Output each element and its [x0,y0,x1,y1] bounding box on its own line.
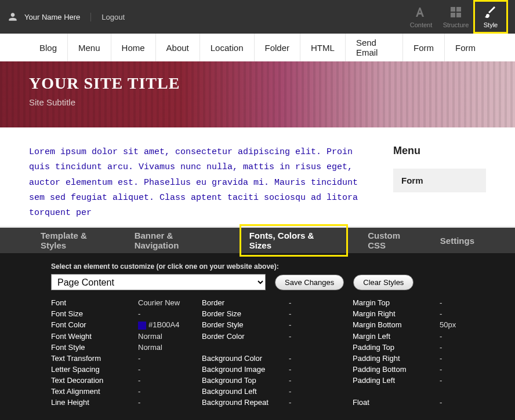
form-widget[interactable]: Form [393,169,486,192]
site-subtitle: Site Subtitle [29,97,486,107]
prop-value[interactable]: - [289,332,353,341]
prop-value[interactable]: - [440,332,474,341]
prop-value[interactable]: - [289,365,353,374]
prop-value[interactable]: - [440,398,474,407]
prop-label: Background Top [202,376,289,385]
panel-tabs: Template & Styles Banner & Navigation Fo… [0,228,515,253]
banner: YOUR SITE TITLE Site Subtitle [0,61,515,127]
prop-label [202,343,289,352]
sidebar: Menu Form [393,145,486,209]
prop-value[interactable]: - [138,309,202,318]
nav-item[interactable]: Send Email [346,34,403,61]
prop-value[interactable]: Normal [138,332,202,341]
element-select[interactable]: Page Content [51,274,266,290]
nav-item[interactable]: Folder [255,34,301,61]
main-nav: Blog Menu Home About Location Folder HTM… [0,34,515,61]
prop-value[interactable]: - [289,398,353,407]
page-content[interactable]: Lorem ipsum dolor sit amet, consectetur … [29,145,370,209]
prop-value[interactable] [289,343,353,352]
prop-value[interactable]: - [289,354,353,363]
prop-value[interactable]: - [289,376,353,385]
prop-label: Background Color [202,354,289,363]
prop-label: Font Color [51,320,138,330]
mode-label: Style [484,21,498,28]
content-area: Lorem ipsum dolor sit amet, consectetur … [0,127,515,226]
prop-value[interactable]: - [138,376,202,385]
prop-value[interactable]: - [289,309,353,318]
prop-value[interactable]: - [138,387,202,396]
prop-label: Letter Spacing [51,365,138,374]
nav-item[interactable]: Form [445,34,486,61]
prop-label: Background Image [202,365,289,374]
svg-rect-2 [451,13,455,17]
prop-label: Text Decoration [51,376,138,385]
mode-label: Structure [443,21,469,28]
mode-structure[interactable]: Structure [438,0,473,34]
tab-css[interactable]: Custom CSS [368,231,420,250]
prop-value[interactable]: #1B00A4 [138,320,202,330]
prop-value[interactable]: - [440,309,474,318]
prop-label: Padding Right [353,354,440,363]
prop-label: Line Height [51,398,138,407]
prop-label: Border Color [202,332,289,341]
prop-value[interactable]: - [440,365,474,374]
nav-item[interactable]: Location [200,34,255,61]
nav-item[interactable]: HTML [300,34,346,61]
prop-value[interactable]: - [440,343,474,352]
prop-label: Background Left [202,387,289,396]
site-title: YOUR SITE TITLE [29,74,486,93]
mode-label: Content [410,21,433,28]
prop-label: Border Style [202,320,289,330]
prop-value[interactable]: - [138,354,202,363]
prop-value[interactable]: - [440,298,474,307]
mode-style[interactable]: Style [473,0,508,34]
prop-label: Border [202,298,289,307]
prop-label: Text Alignment [51,387,138,396]
prop-value[interactable]: - [289,320,353,330]
nav-item[interactable]: About [156,34,200,61]
brush-icon [484,5,498,19]
sidebar-title: Menu [393,145,486,157]
prop-label: Font Style [51,343,138,352]
tab-template[interactable]: Template & Styles [41,231,115,250]
nav-item[interactable]: Blog [29,34,68,61]
mode-content[interactable]: Content [404,0,438,34]
prop-value[interactable]: Courier New [138,298,202,307]
prop-label: Margin Right [353,309,440,318]
prop-value[interactable]: - [440,376,474,385]
prop-value[interactable]: Normal [138,343,202,352]
avatar-icon [7,11,19,23]
logout-link[interactable]: Logout [101,13,125,21]
prop-label: Font Size [51,309,138,318]
nav-item[interactable]: Home [111,34,156,61]
save-button[interactable]: Save Changes [275,275,344,290]
nav-item[interactable]: Menu [68,34,111,61]
properties-grid: FontCourier NewBorder-Margin Top-Font Si… [51,298,464,407]
prop-value[interactable]: - [138,365,202,374]
prop-label: Text Transform [51,354,138,363]
svg-rect-1 [456,7,461,12]
prop-label: Font Weight [51,332,138,341]
prop-value[interactable]: - [440,354,474,363]
topbar: Your Name Here Logout Content Structure … [0,0,515,34]
prop-label: Margin Bottom [353,320,440,330]
hint-text: Select an element to customize (or click… [51,262,464,271]
prop-value[interactable] [440,387,474,396]
prop-value[interactable]: - [289,387,353,396]
tab-banner[interactable]: Banner & Navigation [135,231,220,250]
prop-label: Float [353,398,440,407]
prop-label: Padding Top [353,343,440,352]
tab-settings[interactable]: Settings [440,236,474,246]
clear-button[interactable]: Clear Styles [353,275,414,290]
nav-item[interactable]: Form [403,34,445,61]
prop-value[interactable]: - [138,398,202,407]
prop-value[interactable]: 50px [440,320,474,330]
prop-label: Padding Left [353,376,440,385]
prop-label: Padding Bottom [353,365,440,374]
prop-label: Background Repeat [202,398,289,407]
blocks-icon [449,5,463,19]
selector-row: Page Content Save Changes Clear Styles [51,274,464,290]
color-swatch[interactable] [138,322,146,330]
prop-value[interactable]: - [289,298,353,307]
tab-fonts[interactable]: Fonts, Colors & Sizes [240,224,349,257]
